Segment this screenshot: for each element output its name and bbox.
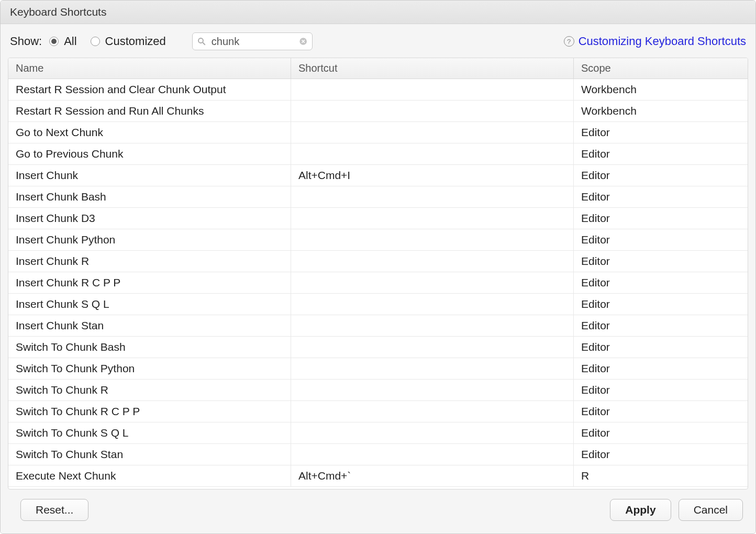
cell-scope: Editor [574,229,748,250]
cell-shortcut[interactable] [291,272,574,293]
cell-scope: Editor [574,272,748,293]
radio-customized-group[interactable]: Customized [91,35,172,48]
cell-shortcut[interactable] [291,229,574,250]
search-box[interactable] [192,32,313,50]
table-header: Name Shortcut Scope [8,58,748,79]
cell-shortcut[interactable] [291,358,574,379]
cell-shortcut[interactable] [291,122,574,143]
table-row[interactable]: Insert ChunkAlt+Cmd+IEditor [8,165,748,186]
radio-customized-label: Customized [105,35,166,48]
column-header-name[interactable]: Name [8,58,291,79]
table-row[interactable]: Go to Previous ChunkEditor [8,143,748,165]
cell-scope: Editor [574,315,748,336]
cell-shortcut[interactable] [291,337,574,358]
cell-name: Restart R Session and Clear Chunk Output [8,79,291,100]
cell-name: Switch To Chunk Stan [8,444,291,465]
cell-shortcut[interactable] [291,208,574,229]
dialog-footer: Reset... Apply Cancel [1,490,755,533]
dialog-title: Keyboard Shortcuts [1,1,755,24]
filter-toolbar: Show: All Customized ? Customizing Keybo… [1,24,755,58]
svg-line-1 [203,42,205,45]
table-row[interactable]: Insert Chunk S Q LEditor [8,294,748,315]
cell-name: Insert Chunk [8,165,291,186]
help-icon: ? [564,36,574,47]
cell-shortcut[interactable] [291,186,574,207]
cell-scope: Editor [574,444,748,465]
radio-all-label: All [64,35,76,48]
column-header-shortcut[interactable]: Shortcut [291,58,574,79]
table-row[interactable]: Insert Chunk BashEditor [8,186,748,208]
cell-shortcut[interactable] [291,380,574,400]
keyboard-shortcuts-dialog: Keyboard Shortcuts Show: All Customized … [0,0,756,534]
table-row[interactable]: Switch To Chunk R C P PEditor [8,401,748,422]
cell-name: Switch To Chunk Bash [8,337,291,358]
table-row[interactable]: Switch To Chunk PythonEditor [8,358,748,380]
cell-name: Switch To Chunk S Q L [8,422,291,443]
cell-scope: R [574,465,748,486]
table-row[interactable]: Switch To Chunk BashEditor [8,337,748,358]
cell-shortcut[interactable] [291,422,574,443]
cell-scope: Editor [574,337,748,358]
cell-scope: Editor [574,251,748,272]
cell-name: Execute Next Chunk [8,465,291,486]
table-row[interactable]: Insert Chunk REditor [8,251,748,272]
table-row[interactable]: Switch To Chunk REditor [8,380,748,401]
cell-shortcut[interactable] [291,143,574,164]
cell-name: Insert Chunk Bash [8,186,291,207]
table-row[interactable]: Execute Next ChunkAlt+Cmd+`R [8,465,748,487]
cell-scope: Workbench [574,101,748,121]
radio-customized[interactable] [91,37,100,46]
search-input[interactable] [210,35,299,48]
cell-shortcut[interactable]: Alt+Cmd+` [291,465,574,486]
cell-name: Insert Chunk R [8,251,291,272]
table-row[interactable]: Switch To Chunk StanEditor [8,444,748,465]
help-link-wrap: ? Customizing Keyboard Shortcuts [564,35,746,48]
clear-search-icon[interactable] [299,37,307,46]
cell-shortcut[interactable] [291,401,574,422]
apply-button[interactable]: Apply [610,499,671,521]
table-row[interactable]: Insert Chunk PythonEditor [8,229,748,251]
cell-name: Insert Chunk D3 [8,208,291,229]
cell-scope: Editor [574,165,748,186]
cell-name: Go to Previous Chunk [8,143,291,164]
table-row[interactable]: Go to Next ChunkEditor [8,122,748,143]
show-label: Show: [10,35,42,48]
cell-scope: Editor [574,294,748,315]
cell-name: Insert Chunk Python [8,229,291,250]
column-header-scope[interactable]: Scope [574,58,748,79]
cell-scope: Editor [574,186,748,207]
cell-name: Insert Chunk R C P P [8,272,291,293]
cell-shortcut[interactable] [291,444,574,465]
cell-scope: Editor [574,401,748,422]
cell-shortcut[interactable] [291,101,574,121]
cell-name: Switch To Chunk R C P P [8,401,291,422]
table-row[interactable]: Restart R Session and Run All ChunksWork… [8,101,748,122]
cell-scope: Editor [574,358,748,379]
cell-scope: Editor [574,143,748,164]
cell-shortcut[interactable]: Alt+Cmd+I [291,165,574,186]
cell-shortcut[interactable] [291,79,574,100]
table-row[interactable]: Restart R Session and Clear Chunk Output… [8,79,748,101]
cell-name: Insert Chunk Stan [8,315,291,336]
table-body[interactable]: Restart R Session and Clear Chunk Output… [8,79,748,489]
cell-shortcut[interactable] [291,251,574,272]
cancel-button[interactable]: Cancel [679,499,743,521]
cell-shortcut[interactable] [291,294,574,315]
cell-scope: Editor [574,380,748,400]
radio-all-group[interactable]: All [49,35,83,48]
svg-point-0 [198,38,203,43]
table-row[interactable]: Switch To Chunk S Q LEditor [8,422,748,444]
help-link[interactable]: Customizing Keyboard Shortcuts [579,35,746,48]
radio-all[interactable] [49,37,59,46]
table-row[interactable]: Insert Chunk StanEditor [8,315,748,337]
cell-shortcut[interactable] [291,315,574,336]
cell-name: Restart R Session and Run All Chunks [8,101,291,121]
reset-button[interactable]: Reset... [20,499,88,521]
cell-scope: Workbench [574,79,748,100]
cell-scope: Editor [574,122,748,143]
table-row[interactable]: Insert Chunk D3Editor [8,208,748,229]
search-icon [197,37,206,46]
table-row[interactable]: Insert Chunk R C P PEditor [8,272,748,294]
cell-name: Go to Next Chunk [8,122,291,143]
cell-name: Insert Chunk S Q L [8,294,291,315]
